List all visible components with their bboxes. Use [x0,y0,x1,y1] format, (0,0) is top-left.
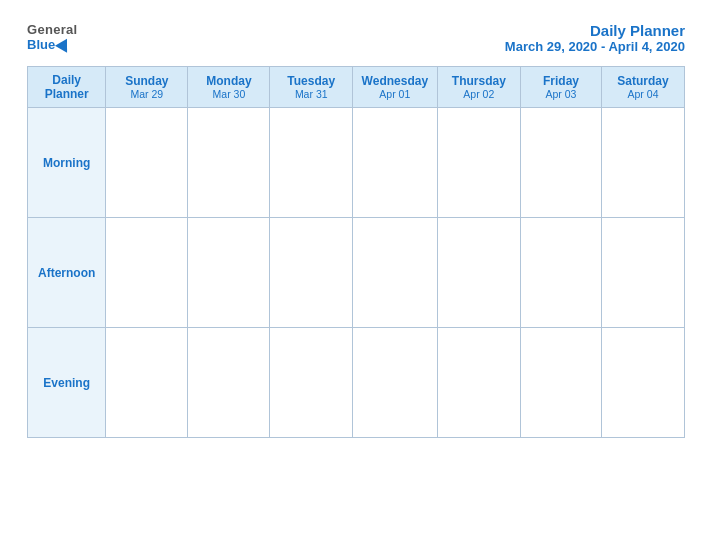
cell-1-4[interactable] [437,218,520,328]
header: General Blue Daily Planner March 29, 202… [27,22,685,54]
time-row-1: Afternoon [28,218,685,328]
calendar-table: Daily Planner SundayMar 29MondayMar 30Tu… [27,66,685,438]
day-date-6: Apr 04 [606,88,680,100]
logo: General Blue [27,22,78,52]
cell-0-6[interactable] [602,108,685,218]
day-name-1: Monday [192,74,265,88]
time-label-2: Evening [28,328,106,438]
day-header-3: WednesdayApr 01 [352,67,437,108]
label-header-text: Daily Planner [32,73,101,101]
logo-triangle-icon [55,35,73,52]
cell-0-0[interactable] [106,108,188,218]
cell-2-0[interactable] [106,328,188,438]
day-date-0: Mar 29 [110,88,183,100]
planner-date: March 29, 2020 - April 4, 2020 [505,39,685,54]
cell-1-2[interactable] [270,218,352,328]
day-header-0: SundayMar 29 [106,67,188,108]
time-label-1: Afternoon [28,218,106,328]
day-name-6: Saturday [606,74,680,88]
cell-0-5[interactable] [520,108,601,218]
day-name-3: Wednesday [357,74,433,88]
cell-0-1[interactable] [188,108,270,218]
time-label-0: Morning [28,108,106,218]
day-header-4: ThursdayApr 02 [437,67,520,108]
cell-1-3[interactable] [352,218,437,328]
day-date-1: Mar 30 [192,88,265,100]
cell-2-2[interactable] [270,328,352,438]
day-date-2: Mar 31 [274,88,347,100]
cell-2-5[interactable] [520,328,601,438]
cell-0-4[interactable] [437,108,520,218]
header-right: Daily Planner March 29, 2020 - April 4, … [505,22,685,54]
day-header-2: TuesdayMar 31 [270,67,352,108]
cell-0-3[interactable] [352,108,437,218]
cell-2-4[interactable] [437,328,520,438]
cell-2-1[interactable] [188,328,270,438]
cell-1-6[interactable] [602,218,685,328]
day-name-4: Thursday [442,74,516,88]
page: General Blue Daily Planner March 29, 202… [11,10,701,540]
day-header-5: FridayApr 03 [520,67,601,108]
day-date-5: Apr 03 [525,88,597,100]
logo-blue-text: Blue [27,37,71,52]
time-row-2: Evening [28,328,685,438]
cell-1-0[interactable] [106,218,188,328]
day-date-3: Apr 01 [357,88,433,100]
day-header-1: MondayMar 30 [188,67,270,108]
cell-1-5[interactable] [520,218,601,328]
day-name-5: Friday [525,74,597,88]
logo-general-text: General [27,22,78,37]
label-header: Daily Planner [28,67,106,108]
day-name-0: Sunday [110,74,183,88]
cell-0-2[interactable] [270,108,352,218]
day-date-4: Apr 02 [442,88,516,100]
cell-1-1[interactable] [188,218,270,328]
day-name-2: Tuesday [274,74,347,88]
planner-title: Daily Planner [505,22,685,39]
time-row-0: Morning [28,108,685,218]
cell-2-3[interactable] [352,328,437,438]
cell-2-6[interactable] [602,328,685,438]
day-header-6: SaturdayApr 04 [602,67,685,108]
header-row: Daily Planner SundayMar 29MondayMar 30Tu… [28,67,685,108]
